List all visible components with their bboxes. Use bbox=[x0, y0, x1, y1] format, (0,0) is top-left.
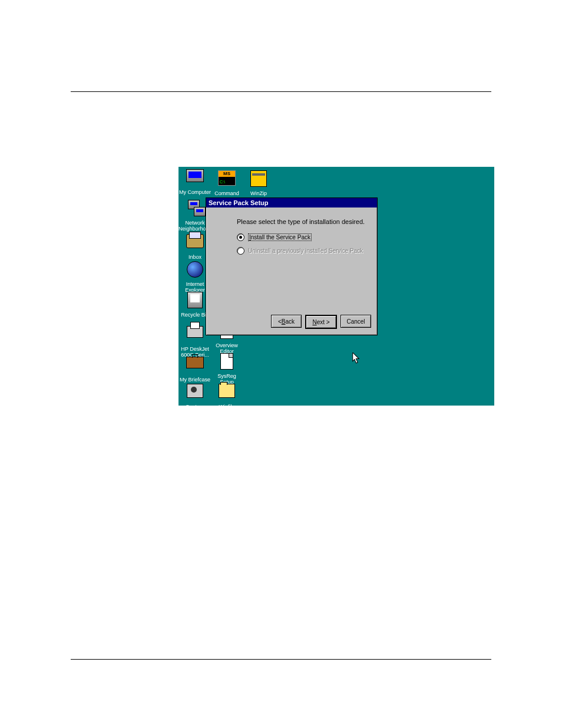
cancel-button[interactable]: Cancel bbox=[340, 315, 371, 328]
page-rule-bottom bbox=[71, 659, 491, 660]
radio-label: Install the Service Pack bbox=[248, 233, 312, 241]
desktop-icon-winfile[interactable]: Winfile bbox=[210, 381, 243, 406]
inbox-icon bbox=[186, 234, 204, 253]
desktop-icon-briefcase[interactable]: My Briefcase bbox=[178, 352, 211, 383]
dialog-body: Please select the type of installation d… bbox=[206, 207, 377, 311]
next-button[interactable]: Next > bbox=[305, 315, 337, 329]
desktop-icon-capture[interactable]: Capture bbox=[178, 381, 211, 406]
icon-label: WinZip bbox=[242, 190, 275, 196]
winzip-icon bbox=[249, 170, 268, 189]
command-prompt-icon bbox=[217, 170, 236, 189]
icon-label: Winfile bbox=[210, 404, 243, 406]
cursor-icon bbox=[352, 353, 361, 365]
radio-option-uninstall: Uninstall a previously installed Service… bbox=[237, 247, 370, 255]
dialog-title: Service Pack Setup bbox=[209, 199, 269, 206]
setup-icon bbox=[217, 353, 236, 372]
desktop-icon-winzip[interactable]: WinZip bbox=[242, 169, 275, 196]
network-icon bbox=[186, 200, 204, 219]
desktop-screenshot: My Computer Network Neighborhood Inbox I… bbox=[178, 167, 494, 406]
back-button[interactable]: < Back bbox=[271, 315, 302, 328]
camera-icon bbox=[186, 384, 204, 403]
icon-label: My Computer bbox=[178, 189, 211, 195]
briefcase-icon bbox=[186, 357, 204, 375]
service-pack-setup-dialog: Service Pack Setup Please select the typ… bbox=[206, 197, 378, 335]
recycle-bin-icon bbox=[186, 292, 204, 311]
desktop-icon-sysreg-setup[interactable]: SysReg Setup bbox=[210, 352, 243, 385]
dialog-titlebar[interactable]: Service Pack Setup bbox=[206, 198, 377, 207]
folder-icon bbox=[217, 384, 236, 403]
radio-icon bbox=[237, 247, 244, 255]
computer-icon bbox=[186, 169, 204, 188]
radio-option-install[interactable]: Install the Service Pack bbox=[237, 233, 370, 241]
radio-icon bbox=[237, 233, 244, 241]
dialog-button-row: < Back Next > Cancel bbox=[206, 311, 377, 335]
desktop-icon-my-computer[interactable]: My Computer bbox=[178, 169, 211, 195]
page-rule-top bbox=[71, 91, 491, 92]
icon-label: Capture bbox=[178, 404, 211, 406]
dialog-prompt: Please select the type of installation d… bbox=[237, 218, 370, 225]
printer-icon bbox=[186, 326, 204, 345]
radio-label: Uninstall a previously installed Service… bbox=[248, 248, 363, 254]
globe-icon bbox=[186, 261, 204, 280]
